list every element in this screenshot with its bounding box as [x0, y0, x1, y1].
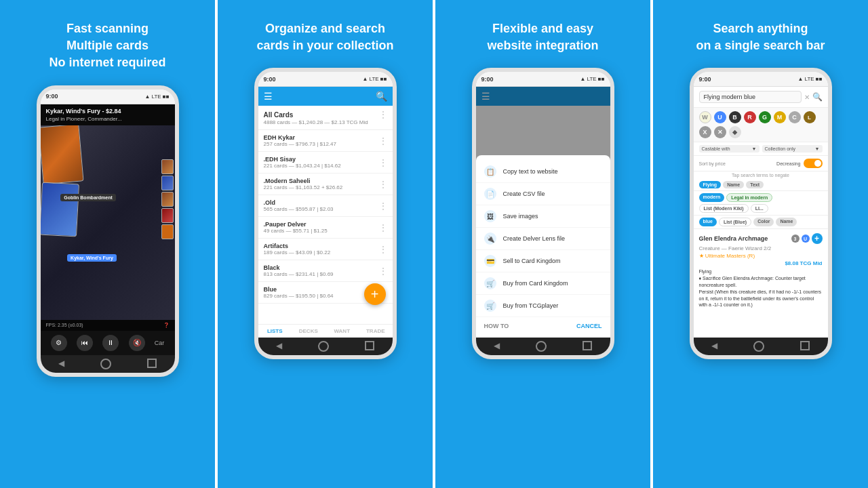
sort-toggle[interactable] — [804, 159, 823, 168]
filter-land[interactable]: L — [804, 111, 816, 123]
tab-decks[interactable]: DECKS — [292, 325, 326, 338]
item-name: Black — [264, 264, 334, 271]
tag-li[interactable]: LI... — [751, 204, 768, 213]
cancel-btn[interactable]: CANCEL — [576, 323, 602, 329]
thumb-3 — [161, 192, 174, 207]
menu-create-csv[interactable]: 📄 Create CSV file — [476, 183, 610, 205]
add-list-button[interactable]: + — [364, 283, 386, 305]
tag-list-modern[interactable]: List (Modern Kiki) — [699, 204, 749, 213]
item-menu-btn[interactable]: ⋮ — [379, 223, 387, 232]
copy-icon: 📋 — [484, 165, 496, 178]
mute-btn[interactable]: 🔇 — [129, 335, 145, 351]
help-icon[interactable]: ❓ — [163, 323, 170, 328]
tab-lists[interactable]: LISTS — [258, 325, 292, 338]
filter-negate[interactable]: ✕ — [714, 126, 726, 138]
recents-btn[interactable] — [800, 341, 810, 350]
list-item[interactable]: .EDH Sisay221 cards — $1,043.24 | $14.62… — [258, 152, 393, 174]
tag-name-1[interactable]: Name — [723, 181, 744, 188]
tag-legal-modern[interactable]: Legal in modern — [726, 193, 772, 202]
back-btn[interactable]: ◀ — [58, 359, 64, 369]
menu-images-label: Save images — [503, 213, 538, 220]
rewind-btn[interactable]: ⏮ — [77, 335, 93, 351]
menu-save-images[interactable]: 🖼 Save images — [476, 205, 610, 228]
tag-blue[interactable]: blue — [699, 218, 717, 226]
phone-4-status-bar: 9:00 ▲ LTE ■■ — [694, 72, 828, 87]
add-card-btn[interactable]: + — [812, 233, 823, 244]
hamburger-icon[interactable]: ☰ — [264, 91, 273, 102]
sort-by-label: Sort by price — [699, 161, 774, 166]
more-options-btn[interactable]: ⋮ — [379, 110, 387, 119]
home-btn[interactable] — [318, 341, 329, 352]
card-price-line: $8.08 TCG Mid — [699, 260, 823, 266]
panel-4-title: Search anything on a single search bar — [696, 20, 825, 54]
item-menu-btn[interactable]: ⋮ — [379, 158, 387, 167]
phone-3-status-icons: ▲ LTE ■■ — [580, 76, 604, 82]
filter-red[interactable]: R — [744, 111, 756, 123]
search-submit-btn[interactable]: 🔍 — [812, 92, 823, 102]
tag-flying[interactable]: Flying — [699, 181, 722, 188]
scanner-controls: ⚙ ⏮ ⏸ 🔇 Car — [41, 331, 175, 355]
castable-with-dropdown[interactable]: Castable with ▼ — [699, 145, 760, 152]
menu-sell-ck[interactable]: 💳 Sell to Card Kingdom — [476, 250, 610, 272]
menu-footer: HOW TO CANCEL — [476, 317, 610, 332]
list-item[interactable]: EDH Kykar257 cards — $796.73 | $12.47 ⋮ — [258, 130, 393, 152]
home-btn[interactable] — [536, 341, 547, 352]
card-result: Glen Elendra Archmage 3 U + Creature — F… — [694, 229, 828, 338]
item-menu-btn[interactable]: ⋮ — [379, 180, 387, 189]
back-btn[interactable]: ◀ — [494, 341, 500, 352]
how-to-btn[interactable]: HOW TO — [484, 323, 509, 329]
item-menu-btn[interactable]: ⋮ — [379, 136, 387, 146]
menu-create-delver[interactable]: 🔌 Create Delver Lens file — [476, 228, 610, 250]
panel-1-title: Fast scanning Multiple cards No internet… — [49, 20, 165, 72]
recents-btn[interactable] — [365, 341, 374, 350]
list-item[interactable]: Black813 cards — $231.41 | $0.69 ⋮ — [258, 260, 393, 282]
filter-x[interactable]: X — [699, 126, 711, 138]
back-btn[interactable]: ◀ — [276, 341, 282, 352]
search-btn[interactable]: 🔍 — [376, 91, 387, 102]
home-btn[interactable] — [100, 359, 111, 369]
menu-buy-ck[interactable]: 🛒 Buy from Card Kingdom — [476, 272, 610, 295]
item-menu-btn[interactable]: ⋮ — [379, 201, 387, 211]
panel-2: Organize and search cards in your collec… — [215, 0, 433, 488]
tab-want[interactable]: WANT — [326, 325, 359, 338]
tag-name-2[interactable]: Name — [776, 218, 797, 226]
item-name: Artifacts — [264, 243, 331, 249]
tag-color[interactable]: Color — [753, 218, 774, 226]
search-input[interactable]: Flying modern blue — [699, 91, 802, 103]
tag-text[interactable]: Text — [746, 181, 764, 188]
phone-1-status-bar: 9:00 ▲ LTE ■■ — [41, 89, 175, 104]
mana-3: 3 — [791, 235, 800, 243]
item-menu-btn[interactable]: ⋮ — [379, 245, 387, 254]
all-cards-stats: 4888 cards — $1,240.28 — $2.13 TCG Mid — [264, 119, 387, 125]
tag-list-blue[interactable]: List (Blue) — [719, 218, 751, 226]
collection-only-dropdown[interactable]: Collection only ▼ — [762, 145, 823, 152]
menu-buy-tcg[interactable]: 🛒 Buy from TCGplayer — [476, 295, 610, 317]
tag-modern[interactable]: modern — [699, 193, 725, 202]
recents-btn[interactable] — [583, 341, 592, 350]
tab-trade[interactable]: TRADE — [359, 325, 393, 338]
pause-btn[interactable]: ⏸ — [102, 335, 119, 351]
list-item[interactable]: .Pauper Delver49 cards — $55.71 | $1.25 … — [258, 217, 393, 239]
filter-blue[interactable]: U — [714, 111, 726, 123]
list-item[interactable]: .Old565 cards — $595.87 | $2.03 ⋮ — [258, 195, 393, 217]
phone-4-status-icons: ▲ LTE ■■ — [797, 76, 822, 82]
scanner-screen: Kykar, Wind's Fury - $2.84 Legal in Pion… — [41, 104, 175, 355]
collection-label: Collection only — [765, 146, 796, 151]
home-btn[interactable] — [753, 341, 764, 352]
filter-colorless[interactable]: C — [789, 111, 801, 123]
list-item[interactable]: .Modern Saheeli221 cards — $1,163.52 + $… — [258, 174, 393, 195]
item-menu-btn[interactable]: ⋮ — [379, 266, 387, 276]
filter-green[interactable]: G — [759, 111, 771, 123]
filter-white[interactable]: W — [699, 111, 711, 123]
menu-copy-text[interactable]: 📋 Copy text to website — [476, 161, 610, 183]
settings-btn[interactable]: ⚙ — [51, 335, 67, 351]
list-item[interactable]: Artifacts189 cards — $43.09 | $0.22 ⋮ — [258, 239, 393, 260]
all-cards-label: All Cards — [264, 111, 294, 119]
filter-black[interactable]: B — [729, 111, 741, 123]
card-name: Glen Elendra Archmage — [699, 235, 768, 242]
back-btn[interactable]: ◀ — [711, 341, 717, 352]
recents-btn[interactable] — [147, 359, 157, 368]
filter-multi[interactable]: M — [774, 111, 786, 123]
filter-diamond[interactable]: ◆ — [729, 126, 741, 138]
clear-search-btn[interactable]: ✕ — [804, 94, 810, 101]
